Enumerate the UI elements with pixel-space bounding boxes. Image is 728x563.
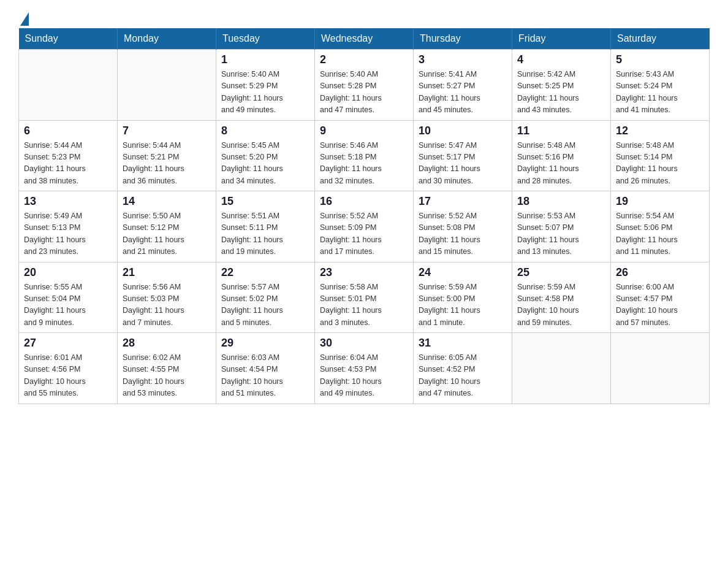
column-header-wednesday: Wednesday xyxy=(315,28,414,50)
calendar-week-2: 6Sunrise: 5:44 AMSunset: 5:23 PMDaylight… xyxy=(19,120,710,191)
day-info: Sunrise: 5:50 AMSunset: 5:12 PMDaylight:… xyxy=(123,210,211,258)
day-info: Sunrise: 5:41 AMSunset: 5:27 PMDaylight:… xyxy=(419,69,507,117)
day-info: Sunrise: 5:42 AMSunset: 5:25 PMDaylight:… xyxy=(517,69,605,117)
day-number: 1 xyxy=(221,53,309,66)
day-info: Sunrise: 6:02 AMSunset: 4:55 PMDaylight:… xyxy=(123,352,211,400)
day-number: 28 xyxy=(123,337,211,350)
day-info: Sunrise: 5:55 AMSunset: 5:04 PMDaylight:… xyxy=(24,282,112,329)
calendar-cell: 15Sunrise: 5:51 AMSunset: 5:11 PMDayligh… xyxy=(216,191,315,262)
calendar-week-1: 1Sunrise: 5:40 AMSunset: 5:29 PMDaylight… xyxy=(19,50,710,121)
day-info: Sunrise: 5:40 AMSunset: 5:28 PMDaylight:… xyxy=(320,69,408,117)
day-number: 26 xyxy=(616,266,704,279)
day-number: 31 xyxy=(419,337,507,350)
day-number: 16 xyxy=(320,195,408,208)
day-info: Sunrise: 5:44 AMSunset: 5:21 PMDaylight:… xyxy=(123,140,211,188)
calendar-cell: 7Sunrise: 5:44 AMSunset: 5:21 PMDaylight… xyxy=(118,120,216,191)
calendar-cell: 30Sunrise: 6:04 AMSunset: 4:53 PMDayligh… xyxy=(315,333,414,404)
day-number: 18 xyxy=(517,195,605,208)
calendar-cell: 9Sunrise: 5:46 AMSunset: 5:18 PMDaylight… xyxy=(315,120,414,191)
calendar-cell: 22Sunrise: 5:57 AMSunset: 5:02 PMDayligh… xyxy=(216,262,315,333)
calendar-cell: 10Sunrise: 5:47 AMSunset: 5:17 PMDayligh… xyxy=(414,120,512,191)
day-number: 8 xyxy=(221,124,309,137)
calendar-cell: 2Sunrise: 5:40 AMSunset: 5:28 PMDaylight… xyxy=(315,50,414,121)
calendar-cell: 29Sunrise: 6:03 AMSunset: 4:54 PMDayligh… xyxy=(216,333,315,404)
day-number: 11 xyxy=(517,124,605,137)
calendar-cell: 16Sunrise: 5:52 AMSunset: 5:09 PMDayligh… xyxy=(315,191,414,262)
calendar-cell: 14Sunrise: 5:50 AMSunset: 5:12 PMDayligh… xyxy=(118,191,216,262)
day-info: Sunrise: 5:49 AMSunset: 5:13 PMDaylight:… xyxy=(24,210,112,258)
calendar-cell: 27Sunrise: 6:01 AMSunset: 4:56 PMDayligh… xyxy=(19,333,118,404)
calendar-cell: 26Sunrise: 6:00 AMSunset: 4:57 PMDayligh… xyxy=(611,262,710,333)
logo xyxy=(18,12,29,22)
day-info: Sunrise: 5:46 AMSunset: 5:18 PMDaylight:… xyxy=(320,140,408,188)
calendar-cell xyxy=(512,333,611,404)
calendar-table: SundayMondayTuesdayWednesdayThursdayFrid… xyxy=(18,28,710,404)
calendar-cell: 3Sunrise: 5:41 AMSunset: 5:27 PMDaylight… xyxy=(414,50,512,121)
day-info: Sunrise: 5:53 AMSunset: 5:07 PMDaylight:… xyxy=(517,210,605,258)
calendar-cell xyxy=(611,333,710,404)
calendar-header-row: SundayMondayTuesdayWednesdayThursdayFrid… xyxy=(19,28,710,50)
day-info: Sunrise: 5:48 AMSunset: 5:16 PMDaylight:… xyxy=(517,140,605,188)
day-info: Sunrise: 5:59 AMSunset: 4:58 PMDaylight:… xyxy=(517,282,605,329)
page-header xyxy=(18,12,710,22)
day-number: 6 xyxy=(24,124,112,137)
calendar-cell: 5Sunrise: 5:43 AMSunset: 5:24 PMDaylight… xyxy=(611,50,710,121)
day-number: 9 xyxy=(320,124,408,137)
day-number: 17 xyxy=(419,195,507,208)
day-number: 19 xyxy=(616,195,704,208)
day-info: Sunrise: 5:56 AMSunset: 5:03 PMDaylight:… xyxy=(123,282,211,329)
day-number: 20 xyxy=(24,266,112,279)
calendar-cell: 25Sunrise: 5:59 AMSunset: 4:58 PMDayligh… xyxy=(512,262,611,333)
day-number: 27 xyxy=(24,337,112,350)
column-header-saturday: Saturday xyxy=(611,28,710,50)
calendar-cell: 6Sunrise: 5:44 AMSunset: 5:23 PMDaylight… xyxy=(19,120,118,191)
calendar-cell: 31Sunrise: 6:05 AMSunset: 4:52 PMDayligh… xyxy=(414,333,512,404)
calendar-cell: 1Sunrise: 5:40 AMSunset: 5:29 PMDaylight… xyxy=(216,50,315,121)
calendar-cell: 4Sunrise: 5:42 AMSunset: 5:25 PMDaylight… xyxy=(512,50,611,121)
day-number: 10 xyxy=(419,124,507,137)
calendar-cell: 23Sunrise: 5:58 AMSunset: 5:01 PMDayligh… xyxy=(315,262,414,333)
day-number: 30 xyxy=(320,337,408,350)
logo-triangle-icon xyxy=(20,12,29,26)
day-number: 4 xyxy=(517,53,605,66)
calendar-cell: 17Sunrise: 5:52 AMSunset: 5:08 PMDayligh… xyxy=(414,191,512,262)
column-header-friday: Friday xyxy=(512,28,611,50)
calendar-week-5: 27Sunrise: 6:01 AMSunset: 4:56 PMDayligh… xyxy=(19,333,710,404)
day-info: Sunrise: 6:03 AMSunset: 4:54 PMDaylight:… xyxy=(221,352,309,400)
day-info: Sunrise: 5:40 AMSunset: 5:29 PMDaylight:… xyxy=(221,69,309,117)
day-number: 24 xyxy=(419,266,507,279)
day-info: Sunrise: 5:44 AMSunset: 5:23 PMDaylight:… xyxy=(24,140,112,188)
day-info: Sunrise: 6:04 AMSunset: 4:53 PMDaylight:… xyxy=(320,352,408,400)
column-header-tuesday: Tuesday xyxy=(216,28,315,50)
day-number: 13 xyxy=(24,195,112,208)
day-info: Sunrise: 5:48 AMSunset: 5:14 PMDaylight:… xyxy=(616,140,704,188)
day-info: Sunrise: 5:59 AMSunset: 5:00 PMDaylight:… xyxy=(419,282,507,329)
day-number: 22 xyxy=(221,266,309,279)
day-number: 3 xyxy=(419,53,507,66)
day-number: 5 xyxy=(616,53,704,66)
day-info: Sunrise: 5:52 AMSunset: 5:09 PMDaylight:… xyxy=(320,210,408,258)
day-info: Sunrise: 5:43 AMSunset: 5:24 PMDaylight:… xyxy=(616,69,704,117)
calendar-cell xyxy=(19,50,118,121)
day-number: 15 xyxy=(221,195,309,208)
calendar-cell: 13Sunrise: 5:49 AMSunset: 5:13 PMDayligh… xyxy=(19,191,118,262)
day-number: 12 xyxy=(616,124,704,137)
calendar-week-3: 13Sunrise: 5:49 AMSunset: 5:13 PMDayligh… xyxy=(19,191,710,262)
calendar-cell: 20Sunrise: 5:55 AMSunset: 5:04 PMDayligh… xyxy=(19,262,118,333)
day-number: 21 xyxy=(123,266,211,279)
day-number: 25 xyxy=(517,266,605,279)
day-info: Sunrise: 6:00 AMSunset: 4:57 PMDaylight:… xyxy=(616,282,704,329)
day-number: 29 xyxy=(221,337,309,350)
column-header-thursday: Thursday xyxy=(414,28,512,50)
calendar-cell: 11Sunrise: 5:48 AMSunset: 5:16 PMDayligh… xyxy=(512,120,611,191)
day-number: 14 xyxy=(123,195,211,208)
day-number: 23 xyxy=(320,266,408,279)
day-number: 2 xyxy=(320,53,408,66)
calendar-cell: 18Sunrise: 5:53 AMSunset: 5:07 PMDayligh… xyxy=(512,191,611,262)
calendar-cell: 28Sunrise: 6:02 AMSunset: 4:55 PMDayligh… xyxy=(118,333,216,404)
day-info: Sunrise: 5:52 AMSunset: 5:08 PMDaylight:… xyxy=(419,210,507,258)
calendar-cell: 24Sunrise: 5:59 AMSunset: 5:00 PMDayligh… xyxy=(414,262,512,333)
day-number: 7 xyxy=(123,124,211,137)
calendar-cell: 19Sunrise: 5:54 AMSunset: 5:06 PMDayligh… xyxy=(611,191,710,262)
column-header-monday: Monday xyxy=(118,28,216,50)
